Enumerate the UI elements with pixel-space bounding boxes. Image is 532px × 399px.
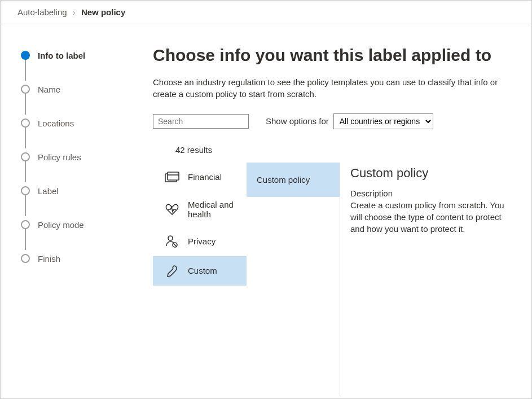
step-indicator-icon bbox=[21, 51, 30, 60]
step-label: Policy mode bbox=[38, 220, 84, 230]
step-indicator-icon bbox=[21, 220, 30, 229]
category-custom[interactable]: Custom bbox=[153, 256, 247, 286]
category-list: Financial Medical and health Privacy bbox=[153, 163, 247, 397]
page-title: Choose info you want this label applied … bbox=[153, 45, 507, 66]
region-select[interactable]: All countries or regions bbox=[333, 113, 433, 129]
step-label: Name bbox=[38, 85, 60, 94]
step-info-to-label[interactable]: Info to label bbox=[21, 47, 139, 64]
template-custom-policy[interactable]: Custom policy bbox=[247, 163, 340, 197]
step-label: Locations bbox=[38, 119, 74, 128]
svg-point-3 bbox=[168, 236, 173, 240]
step-indicator-icon bbox=[21, 254, 30, 263]
details-description-label: Description bbox=[350, 188, 507, 198]
page-subtitle: Choose an industry regulation to see the… bbox=[153, 76, 507, 100]
step-label[interactable]: Label bbox=[21, 182, 139, 199]
category-privacy[interactable]: Privacy bbox=[153, 227, 247, 256]
category-label: Privacy bbox=[188, 236, 216, 246]
template-label: Custom policy bbox=[257, 175, 310, 185]
step-indicator-icon bbox=[21, 152, 30, 161]
svg-line-5 bbox=[173, 243, 177, 247]
step-label: Finish bbox=[38, 254, 60, 264]
template-list: Custom policy bbox=[247, 163, 340, 397]
show-options-label: Show options for bbox=[266, 116, 329, 126]
medical-icon bbox=[164, 203, 180, 216]
search-input[interactable] bbox=[153, 114, 249, 129]
step-locations[interactable]: Locations bbox=[21, 115, 139, 131]
step-indicator-icon bbox=[21, 119, 30, 128]
step-policy-mode[interactable]: Policy mode bbox=[21, 216, 139, 233]
step-name[interactable]: Name bbox=[21, 81, 139, 98]
privacy-icon bbox=[164, 235, 180, 248]
category-label: Custom bbox=[188, 266, 217, 275]
breadcrumb-current: New policy bbox=[81, 7, 125, 17]
step-finish[interactable]: Finish bbox=[21, 250, 139, 267]
step-label: Policy rules bbox=[38, 152, 81, 162]
wizard-steps: Info to label Name Locations Policy rule… bbox=[1, 24, 153, 396]
breadcrumb-separator: › bbox=[73, 7, 76, 17]
financial-icon bbox=[164, 170, 180, 184]
results-count: 42 results bbox=[175, 145, 507, 155]
breadcrumb: Auto-labeling › New policy bbox=[1, 1, 531, 24]
details-description: Create a custom policy from scratch. You… bbox=[350, 199, 507, 235]
breadcrumb-parent[interactable]: Auto-labeling bbox=[17, 7, 67, 17]
step-policy-rules[interactable]: Policy rules bbox=[21, 148, 139, 165]
step-indicator-icon bbox=[21, 186, 30, 195]
category-financial[interactable]: Financial bbox=[153, 163, 247, 192]
svg-rect-1 bbox=[168, 172, 179, 180]
step-label: Label bbox=[38, 186, 59, 196]
category-label: Medical and health bbox=[188, 200, 239, 219]
category-medical[interactable]: Medical and health bbox=[153, 192, 247, 227]
custom-icon bbox=[164, 264, 180, 278]
category-label: Financial bbox=[188, 172, 222, 182]
template-details: Custom policy Description Create a custo… bbox=[340, 163, 507, 397]
step-indicator-icon bbox=[21, 85, 30, 94]
details-title: Custom policy bbox=[350, 166, 507, 181]
step-label: Info to label bbox=[38, 51, 85, 60]
